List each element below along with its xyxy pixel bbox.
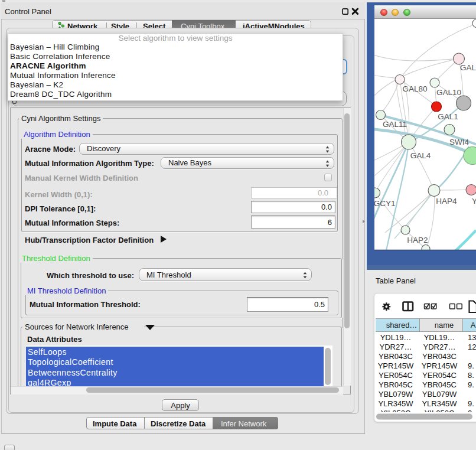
svg-text:name: name	[435, 321, 454, 330]
svg-text:GCY1: GCY1	[374, 199, 395, 208]
svg-text:YLR345W: YLR345W	[422, 399, 457, 408]
svg-text:YDL19…: YDL19…	[424, 333, 455, 342]
svg-text:9.: 9.	[468, 380, 474, 389]
svg-text:YPR145W: YPR145W	[422, 361, 458, 370]
svg-text:YBR045C: YBR045C	[379, 380, 413, 389]
svg-text:YBR043C: YBR043C	[379, 352, 413, 361]
svg-text:YDL19…: YDL19…	[380, 333, 412, 342]
svg-text:GAL80: GAL80	[402, 84, 427, 93]
svg-text:GAL4: GAL4	[410, 151, 431, 160]
svg-text:YBL079W: YBL079W	[422, 390, 457, 399]
svg-text:shared…: shared…	[386, 321, 418, 330]
svg-text:YLR345W: YLR345W	[378, 399, 413, 408]
svg-text:YER054C: YER054C	[422, 371, 457, 380]
svg-text:HAP4: HAP4	[436, 197, 457, 206]
svg-text:A: A	[471, 321, 476, 330]
svg-text:8.: 8.	[468, 371, 474, 380]
svg-text:YBR045C: YBR045C	[422, 380, 457, 389]
svg-text:13: 13	[468, 333, 476, 342]
svg-text:YBR043C: YBR043C	[422, 352, 457, 361]
svg-text:GAL10: GAL10	[436, 88, 461, 97]
svg-text:YDR27…: YDR27…	[380, 343, 412, 351]
svg-text:YBL079W: YBL079W	[379, 390, 413, 399]
svg-text:GAL1: GAL1	[438, 112, 458, 121]
svg-text:YER054C: YER054C	[379, 371, 413, 380]
svg-text:12: 12	[468, 343, 476, 351]
svg-text:SWI4: SWI4	[449, 138, 469, 146]
svg-text:Y: Y	[472, 197, 476, 206]
svg-text:HAP2: HAP2	[407, 236, 428, 244]
svg-text:YPR145W: YPR145W	[378, 361, 414, 370]
svg-text:GAL7: GAL7	[460, 63, 476, 72]
svg-text:9.: 9.	[468, 361, 474, 370]
svg-text:GAL11: GAL11	[383, 120, 407, 129]
svg-text:YDR27…: YDR27…	[423, 343, 456, 351]
svg-text:9.: 9.	[468, 399, 474, 408]
